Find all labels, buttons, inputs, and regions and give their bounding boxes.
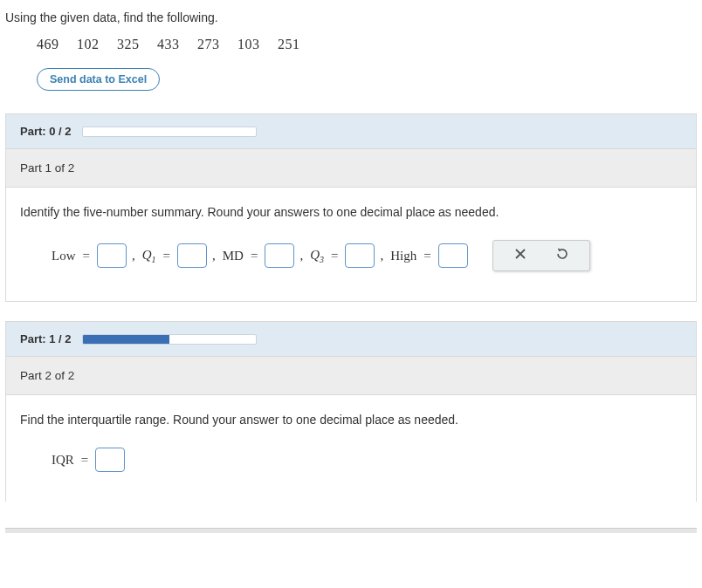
- iqr-label: IQR: [52, 453, 74, 468]
- q3-label: Q3: [310, 248, 324, 264]
- data-values-row: 469 102 325 433 273 103 251: [37, 37, 697, 52]
- equals-sign: =: [331, 249, 338, 263]
- part2-sub-header: Part 2 of 2: [6, 357, 696, 395]
- data-value: 433: [157, 37, 180, 51]
- equals-sign: =: [81, 453, 88, 468]
- part2-prompt: Find the interquartile range. Round your…: [20, 413, 682, 427]
- equals-sign: =: [83, 249, 90, 263]
- clear-button[interactable]: [513, 248, 528, 263]
- data-value: 251: [278, 37, 300, 51]
- q1-label: Q1: [142, 248, 156, 264]
- part2-progress-label: Part: 1 / 2: [20, 332, 72, 345]
- part1-prompt: Identify the five-number summary. Round …: [20, 205, 682, 219]
- high-input[interactable]: [438, 243, 468, 268]
- data-value: 102: [77, 37, 100, 51]
- high-label: High: [390, 249, 416, 263]
- part1-progress-label: Part: 0 / 2: [20, 125, 72, 138]
- part1-progress-track: [82, 126, 257, 137]
- part1-panel: Part: 0 / 2 Part 1 of 2 Identify the fiv…: [5, 113, 697, 302]
- md-input[interactable]: [265, 243, 294, 268]
- low-label: Low: [52, 249, 76, 263]
- q3-input[interactable]: [345, 243, 375, 268]
- data-value: 103: [237, 37, 260, 51]
- action-box: [492, 240, 590, 271]
- md-label: MD: [223, 249, 244, 263]
- low-input[interactable]: [97, 243, 127, 268]
- send-to-excel-button[interactable]: Send data to Excel: [37, 68, 160, 91]
- part1-sub-header: Part 1 of 2: [6, 149, 696, 188]
- part2-progress-fill: [83, 335, 169, 344]
- separator: ,: [380, 249, 383, 263]
- equals-sign: =: [251, 249, 258, 263]
- part2-panel: Part: 1 / 2 Part 2 of 2 Find the interqu…: [5, 321, 697, 502]
- equals-sign: =: [163, 249, 170, 263]
- question-intro: Using the given data, find the following…: [5, 10, 697, 24]
- part2-progress-track: [82, 334, 257, 345]
- separator: ,: [212, 249, 216, 263]
- part2-progress-header: Part: 1 / 2: [6, 322, 696, 357]
- equals-sign: =: [423, 249, 430, 263]
- undo-icon: [555, 247, 569, 264]
- data-value: 273: [197, 37, 220, 51]
- part1-progress-header: Part: 0 / 2: [6, 114, 696, 149]
- iqr-row: IQR =: [52, 448, 682, 472]
- five-number-summary-row: Low = , Q1 = , MD = , Q3 = , High =: [52, 240, 682, 271]
- reset-button[interactable]: [554, 248, 570, 263]
- iqr-input[interactable]: [95, 448, 125, 472]
- separator: ,: [299, 249, 303, 263]
- data-value: 469: [37, 37, 59, 51]
- separator: ,: [132, 249, 135, 263]
- data-value: 325: [117, 37, 140, 51]
- close-icon: [513, 247, 527, 264]
- footer-divider: [5, 528, 697, 533]
- q1-input[interactable]: [177, 243, 207, 268]
